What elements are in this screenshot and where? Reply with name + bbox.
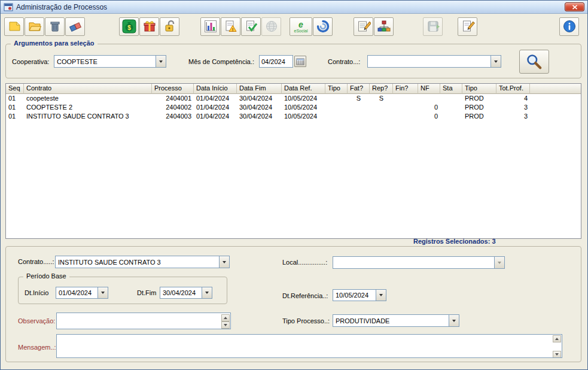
tipo-processo-dropdown-button[interactable] bbox=[449, 315, 459, 326]
table-cell bbox=[440, 94, 462, 103]
notes-button[interactable] bbox=[354, 17, 373, 36]
benefits-button[interactable] bbox=[139, 17, 159, 36]
close-button[interactable] bbox=[565, 2, 584, 11]
table-cell: S bbox=[348, 94, 370, 103]
spin-down-button[interactable] bbox=[221, 322, 230, 329]
mensagem-textarea[interactable] bbox=[57, 335, 562, 357]
column-header[interactable]: Rep? bbox=[370, 84, 393, 94]
selection-legend: Argumentos para seleção bbox=[11, 40, 98, 47]
observacao-label: Observação: bbox=[18, 317, 55, 324]
esocial-button[interactable]: e eSocial bbox=[290, 17, 312, 36]
structure-button[interactable] bbox=[374, 17, 394, 36]
table-cell bbox=[393, 94, 418, 103]
unlock-button[interactable] bbox=[160, 17, 179, 36]
column-header[interactable]: Fin? bbox=[393, 84, 418, 94]
column-header[interactable]: Data Ref. bbox=[282, 84, 325, 94]
column-header[interactable]: Fat? bbox=[348, 84, 370, 94]
dt-inicio-value: 01/04/2024 bbox=[59, 289, 98, 296]
arrow-down-icon bbox=[555, 353, 559, 356]
table-cell: 3 bbox=[496, 112, 530, 121]
column-header[interactable]: Data Fim bbox=[237, 84, 282, 94]
export-button bbox=[423, 17, 443, 36]
table-cell bbox=[348, 112, 370, 121]
billing-button[interactable]: $ bbox=[119, 17, 139, 36]
column-header[interactable]: Tipo bbox=[325, 84, 348, 94]
new-button[interactable] bbox=[4, 17, 24, 36]
close-icon bbox=[572, 5, 578, 10]
dt-fim-value: 30/04/2024 bbox=[163, 289, 202, 296]
table-row[interactable]: 01coopeteste240400101/04/202430/04/20241… bbox=[6, 94, 581, 103]
table-cell: 3 bbox=[496, 103, 530, 112]
column-header[interactable]: Contrato bbox=[24, 84, 152, 94]
dt-fim-dropdown-button[interactable] bbox=[202, 287, 212, 298]
cooperativa-dropdown-button[interactable] bbox=[156, 56, 166, 67]
calendar-button[interactable] bbox=[294, 56, 306, 67]
open-folder-icon bbox=[28, 19, 42, 34]
tipo-processo-combo[interactable]: PRODUTIVIDADE bbox=[333, 314, 459, 327]
table-cell bbox=[370, 103, 393, 112]
app-window: Administração de Processos $ ! e eSocial bbox=[0, 0, 588, 370]
confirm-button[interactable] bbox=[241, 17, 261, 36]
scroll-up-button[interactable] bbox=[553, 335, 561, 342]
info-button[interactable] bbox=[559, 17, 579, 36]
local-label: Local...............: bbox=[282, 259, 327, 266]
table-row[interactable]: 01COOPTESTE 2240400201/04/202430/04/2024… bbox=[6, 103, 581, 112]
alert-doc-icon: ! bbox=[224, 19, 238, 34]
contrato-filter-combo[interactable] bbox=[367, 55, 501, 68]
unlock-icon bbox=[163, 19, 177, 34]
window-title: Administração de Processos bbox=[16, 3, 107, 11]
open-button[interactable] bbox=[25, 17, 44, 36]
dt-referencia-picker[interactable]: 10/05/2024 bbox=[333, 289, 386, 301]
table-cell: 01/04/2024 bbox=[194, 94, 237, 103]
column-header[interactable]: Sta bbox=[440, 84, 462, 94]
chart-button[interactable] bbox=[200, 17, 220, 36]
table-row[interactable]: 01INSTITUTO SAUDE CONTRATO 3240400301/04… bbox=[6, 112, 581, 121]
alerts-button[interactable]: ! bbox=[221, 17, 240, 36]
table-cell: 01/04/2024 bbox=[194, 112, 237, 121]
new-note-icon bbox=[7, 19, 22, 34]
table-cell: 10/05/2024 bbox=[282, 112, 325, 121]
contrato-detail-combo[interactable]: INSTITUTO SAUDE CONTRATO 3 bbox=[55, 256, 230, 268]
app-icon bbox=[4, 2, 13, 12]
contrato-detail-dropdown-button[interactable] bbox=[219, 256, 229, 268]
observacao-spinner bbox=[221, 314, 230, 329]
dt-referencia-dropdown-button[interactable] bbox=[376, 290, 386, 301]
competencia-input[interactable] bbox=[259, 55, 293, 68]
web-button bbox=[261, 17, 281, 36]
dt-inicio-dropdown-button[interactable] bbox=[98, 287, 108, 298]
dt-fim-picker[interactable]: 30/04/2024 bbox=[160, 287, 212, 299]
column-header[interactable]: Seq bbox=[6, 84, 24, 94]
periodo-base-groupbox: Período Base Dt.Início 01/04/2024 Dt.Fim… bbox=[18, 277, 227, 304]
integration-button[interactable] bbox=[313, 17, 333, 36]
column-header[interactable]: Tot.Prof. bbox=[496, 84, 530, 94]
column-header[interactable]: Tipo bbox=[462, 84, 496, 94]
edit-page-icon bbox=[461, 19, 475, 34]
table-cell: 30/04/2024 bbox=[237, 112, 282, 121]
arrow-up-icon bbox=[555, 338, 559, 340]
table-cell: 01 bbox=[6, 103, 24, 112]
mensagem-scrollbar[interactable] bbox=[553, 335, 561, 358]
notes-icon bbox=[357, 19, 371, 34]
scroll-down-button[interactable] bbox=[553, 351, 561, 358]
selection-groupbox: Argumentos para seleção Cooperativa: COO… bbox=[5, 44, 581, 78]
table-cell: 0 bbox=[418, 103, 440, 112]
column-header[interactable]: NF bbox=[418, 84, 440, 94]
table-cell: coopeteste bbox=[24, 94, 152, 103]
search-button[interactable] bbox=[519, 50, 549, 74]
cooperativa-combo[interactable]: COOPTESTE bbox=[54, 55, 166, 68]
table-cell bbox=[440, 112, 462, 121]
table-cell: COOPTESTE 2 bbox=[24, 103, 152, 112]
process-table[interactable]: SeqContratoProcessoData InícioData FimDa… bbox=[5, 83, 581, 239]
column-header[interactable]: Processo bbox=[152, 84, 194, 94]
table-cell bbox=[325, 103, 348, 112]
observacao-textarea[interactable] bbox=[57, 313, 230, 329]
delete-button[interactable] bbox=[45, 17, 65, 36]
registros-selecionados-label: Registros Selecionados: 3 bbox=[413, 238, 496, 245]
column-header[interactable]: Data Início bbox=[194, 84, 237, 94]
clear-button[interactable] bbox=[65, 17, 85, 36]
spin-up-button[interactable] bbox=[221, 314, 230, 322]
contrato-filter-dropdown-button[interactable] bbox=[490, 56, 501, 67]
edit-button[interactable] bbox=[458, 17, 477, 36]
dt-inicio-picker[interactable]: 01/04/2024 bbox=[56, 287, 108, 299]
dt-fim-label: Dt.Fim bbox=[137, 289, 156, 296]
